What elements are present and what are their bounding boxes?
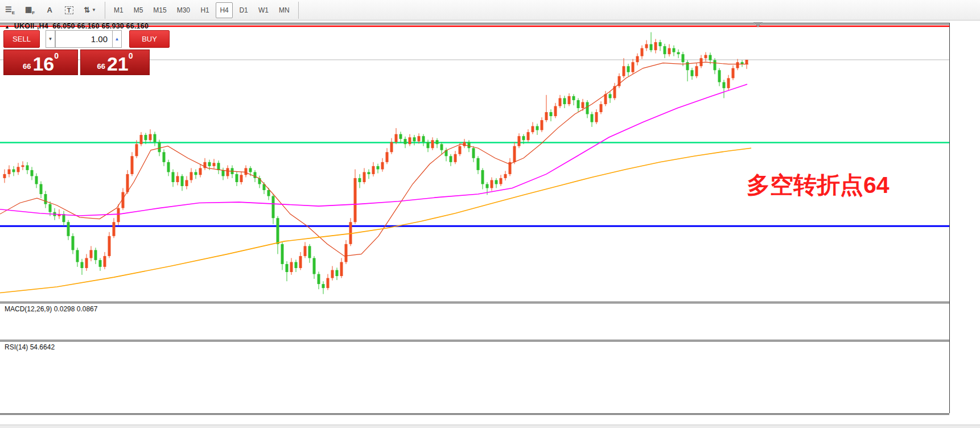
timeframe-h1[interactable]: H1 bbox=[196, 2, 213, 18]
timeframe-h4[interactable]: H4 bbox=[216, 2, 233, 18]
timeframe-buttons: M1M5M15M30H1H4D1W1MN bbox=[109, 2, 295, 18]
sell-price-tile[interactable]: 66 16 0 bbox=[3, 50, 78, 75]
symbol-period-label: UKOIl-,H4 bbox=[14, 22, 48, 30]
rsi-label: RSI(14) 54.6642 bbox=[5, 343, 55, 351]
triangle-up-icon: ▲ bbox=[115, 36, 120, 42]
timeframe-d1[interactable]: D1 bbox=[235, 2, 252, 18]
timeframe-m1[interactable]: M1 bbox=[110, 2, 127, 18]
buy-button-label: BUY bbox=[142, 35, 157, 43]
buy-price-tile[interactable]: 66 21 0 bbox=[80, 50, 150, 75]
one-click-trading-panel: SELL ▼ 1.00 ▲ BUY 66 16 0 66 21 0 bbox=[3, 30, 170, 85]
sell-price-sup: 0 bbox=[54, 51, 59, 60]
buy-price-big: 21 bbox=[107, 55, 129, 72]
chart-type-button[interactable]: ☰E bbox=[1, 2, 19, 18]
buy-button[interactable]: BUY bbox=[129, 30, 170, 48]
sell-button[interactable]: SELL bbox=[3, 30, 40, 48]
buy-price-sup: 0 bbox=[129, 51, 133, 60]
timeframe-w1[interactable]: W1 bbox=[254, 2, 273, 18]
chart-type-icon: ☰E bbox=[5, 5, 15, 15]
macd-pane[interactable] bbox=[0, 303, 949, 340]
bottom-strip bbox=[0, 425, 980, 428]
sell-price-small: 66 bbox=[23, 61, 31, 72]
chart-window: ▲ UKOIl-,H4 66.050 66.160 65.930 66.160 … bbox=[0, 20, 980, 428]
grid-button[interactable]: ▦F bbox=[21, 2, 39, 18]
toolbar-separator bbox=[298, 2, 299, 19]
volume-decrease-button[interactable]: ▼ bbox=[46, 30, 55, 48]
chart-shift-marker[interactable] bbox=[753, 22, 763, 27]
sell-price-big: 16 bbox=[32, 55, 54, 72]
text-a-icon: A bbox=[47, 6, 52, 14]
timeframe-m5[interactable]: M5 bbox=[130, 2, 147, 18]
timeframe-m30[interactable]: M30 bbox=[173, 2, 194, 18]
arrows-icon: ⇅ bbox=[84, 6, 90, 14]
macd-label: MACD(12,26,9) 0.0298 0.0867 bbox=[5, 305, 97, 313]
time-axis[interactable] bbox=[0, 413, 980, 425]
timeframe-m15[interactable]: M15 bbox=[149, 2, 170, 18]
price-axis-border bbox=[949, 23, 950, 413]
toolbar-separator bbox=[105, 2, 105, 19]
chart-annotation: 多空转折点64 bbox=[747, 170, 890, 201]
triangle-up-icon: ▲ bbox=[5, 24, 10, 30]
ohlc-values: 66.050 66.160 65.930 66.160 bbox=[52, 22, 149, 30]
timeframe-mn[interactable]: MN bbox=[275, 2, 294, 18]
text-box-button[interactable]: T bbox=[60, 2, 77, 18]
buy-price-small: 66 bbox=[97, 61, 105, 72]
triangle-down-icon: ▼ bbox=[48, 36, 53, 42]
objects-button[interactable]: ⇅ ▼ bbox=[80, 2, 100, 18]
rsi-pane[interactable] bbox=[0, 341, 949, 413]
grid-icon: ▦F bbox=[25, 5, 35, 15]
volume-input[interactable]: 1.00 bbox=[55, 30, 113, 48]
chart-title: ▲ UKOIl-,H4 66.050 66.160 65.930 66.160 bbox=[5, 22, 149, 30]
sell-button-label: SELL bbox=[13, 35, 31, 43]
trading-terminal: { "toolbar": { "icons": [ {"name": "char… bbox=[0, 0, 980, 428]
toolbar: ☰E ▦F A T ⇅ ▼ M1M5M15M30H1H4D1W1MN bbox=[0, 0, 980, 20]
text-label-button[interactable]: A bbox=[41, 2, 58, 18]
volume-increase-button[interactable]: ▲ bbox=[112, 30, 122, 48]
text-box-icon: T bbox=[65, 6, 73, 14]
chevron-down-icon: ▼ bbox=[92, 7, 96, 13]
